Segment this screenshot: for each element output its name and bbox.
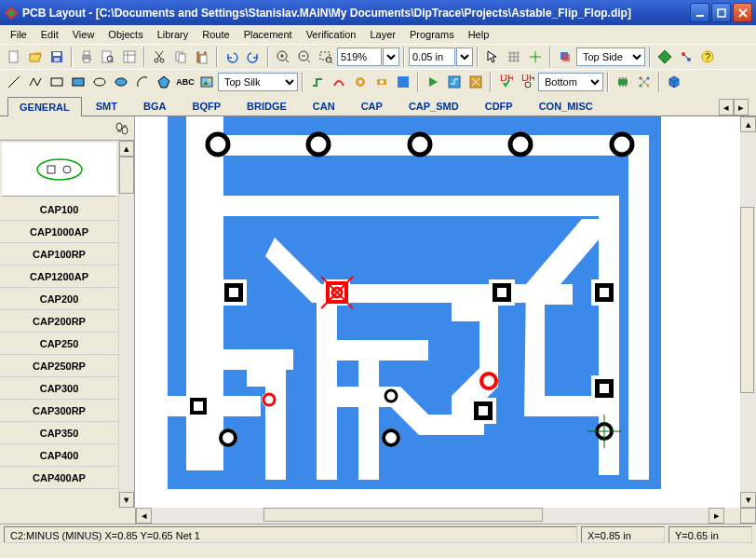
unroute-button[interactable] xyxy=(466,72,486,92)
zoom-window-button[interactable] xyxy=(316,47,336,67)
tab-next-button[interactable]: ▸ xyxy=(734,99,749,116)
route-manual-button[interactable] xyxy=(307,72,328,92)
minimize-button[interactable] xyxy=(690,3,709,22)
polygon-tool[interactable] xyxy=(154,72,174,92)
origin-button[interactable] xyxy=(525,47,546,67)
menu-layer[interactable]: Layer xyxy=(363,27,402,42)
new-button[interactable] xyxy=(4,47,24,67)
ratsnest-button[interactable] xyxy=(634,72,655,92)
drc-settings-button[interactable]: DRC xyxy=(517,72,537,92)
tab-cap[interactable]: CAP xyxy=(349,96,395,116)
zoom-out-button[interactable] xyxy=(294,47,315,67)
preview-button[interactable] xyxy=(98,47,118,67)
list-item[interactable]: CAP200RP xyxy=(0,310,118,333)
list-item[interactable]: CAP350 xyxy=(0,422,118,444)
list-item[interactable]: CAP300 xyxy=(0,377,118,400)
scroll-down-icon[interactable]: ▾ xyxy=(740,492,756,508)
scroll-track[interactable] xyxy=(119,157,134,492)
scroll-thumb[interactable] xyxy=(119,157,134,194)
list-item[interactable]: CAP100RP xyxy=(0,243,118,265)
filled-ellipse-tool[interactable] xyxy=(111,72,131,92)
menu-programs[interactable]: Programs xyxy=(403,27,461,42)
line-tool[interactable] xyxy=(4,72,24,92)
pointer-button[interactable] xyxy=(482,47,503,67)
menu-objects[interactable]: Objects xyxy=(101,27,149,42)
filled-rect-tool[interactable] xyxy=(68,72,88,92)
layer-select[interactable]: Top Side xyxy=(576,48,645,66)
list-item[interactable]: CAP200 xyxy=(0,288,118,310)
scroll-down-icon[interactable]: ▾ xyxy=(119,492,134,508)
tab-capsmd[interactable]: CAP_SMD xyxy=(397,96,471,116)
autoroute-all-button[interactable] xyxy=(444,72,465,92)
tab-can[interactable]: CAN xyxy=(301,96,347,116)
undo-button[interactable] xyxy=(222,47,242,67)
print-button[interactable] xyxy=(76,47,97,67)
grid-toggle-button[interactable] xyxy=(504,47,524,67)
rect-tool[interactable] xyxy=(47,72,67,92)
side-select[interactable]: Bottom xyxy=(538,73,603,91)
list-item[interactable]: CAP100 xyxy=(0,198,118,221)
list-item[interactable]: CAP250 xyxy=(0,333,118,355)
scroll-right-icon[interactable]: ▸ xyxy=(709,508,724,524)
close-button[interactable] xyxy=(733,3,752,22)
tab-conmisc[interactable]: CON_MISC xyxy=(527,96,605,116)
arc-tool[interactable] xyxy=(132,72,153,92)
route-auto-button[interactable] xyxy=(329,72,349,92)
menu-verification[interactable]: Verification xyxy=(300,27,363,42)
grid-dropdown[interactable] xyxy=(456,48,473,66)
sidebar-scrollbar[interactable]: ▴ ▾ xyxy=(118,141,134,508)
place-pad-button[interactable] xyxy=(371,72,392,92)
save-button[interactable] xyxy=(47,47,67,67)
tab-bga[interactable]: BGA xyxy=(131,96,178,116)
tab-general[interactable]: GENERAL xyxy=(7,97,82,116)
list-item[interactable]: CAP400AP xyxy=(0,467,118,489)
menu-view[interactable]: View xyxy=(66,27,101,42)
polyline-tool[interactable] xyxy=(25,72,46,92)
copper-pour-button[interactable] xyxy=(393,72,413,92)
tab-prev-button[interactable]: ◂ xyxy=(719,99,734,116)
list-item[interactable]: CAP400 xyxy=(0,444,118,467)
filter-button[interactable] xyxy=(112,118,132,139)
draw-layer-select[interactable]: Top Silk xyxy=(218,73,298,91)
scroll-thumb[interactable] xyxy=(263,508,543,522)
paste-button[interactable] xyxy=(192,47,212,67)
zoom-input[interactable] xyxy=(337,48,382,66)
list-item[interactable]: CAP300RP xyxy=(0,400,118,422)
list-item[interactable]: CAP1200AP xyxy=(0,265,118,288)
menu-edit[interactable]: Edit xyxy=(34,27,65,42)
tab-bridge[interactable]: BRIDGE xyxy=(235,96,299,116)
3d-button[interactable] xyxy=(664,72,684,92)
ellipse-tool[interactable] xyxy=(89,72,110,92)
layers-button[interactable] xyxy=(555,47,575,67)
place-via-button[interactable] xyxy=(350,72,371,92)
scroll-left-icon[interactable]: ◂ xyxy=(136,508,152,524)
copy-button[interactable] xyxy=(170,47,191,67)
list-item[interactable]: CAP250RP xyxy=(0,355,118,377)
scroll-up-icon[interactable]: ▴ xyxy=(119,141,134,157)
scroll-thumb[interactable] xyxy=(740,207,754,393)
drc-run-button[interactable]: DRC xyxy=(495,72,516,92)
image-tool[interactable] xyxy=(196,72,217,92)
help-icon[interactable]: ? xyxy=(697,47,718,67)
maximize-button[interactable] xyxy=(711,3,731,22)
net-check-button[interactable] xyxy=(676,47,696,67)
run-button[interactable] xyxy=(423,72,443,92)
titles-button[interactable] xyxy=(119,47,140,67)
cut-button[interactable] xyxy=(149,47,169,67)
grid-input[interactable] xyxy=(409,48,455,66)
drc-button[interactable] xyxy=(655,47,675,67)
list-item[interactable]: CAP1000AP xyxy=(0,221,118,243)
scroll-up-icon[interactable]: ▴ xyxy=(740,116,756,132)
pcb-canvas[interactable] xyxy=(135,116,740,508)
zoom-dropdown[interactable] xyxy=(383,48,399,66)
component-button[interactable] xyxy=(613,72,633,92)
menu-library[interactable]: Library xyxy=(151,27,196,42)
tab-bqfp[interactable]: BQFP xyxy=(180,96,233,116)
tab-cdfp[interactable]: CDFP xyxy=(473,96,525,116)
menu-route[interactable]: Route xyxy=(196,27,236,42)
scroll-track[interactable] xyxy=(740,132,756,492)
menu-file[interactable]: File xyxy=(4,27,34,42)
menu-help[interactable]: Help xyxy=(462,27,496,42)
zoom-in-button[interactable] xyxy=(273,47,293,67)
text-tool[interactable]: ABC xyxy=(175,72,196,92)
